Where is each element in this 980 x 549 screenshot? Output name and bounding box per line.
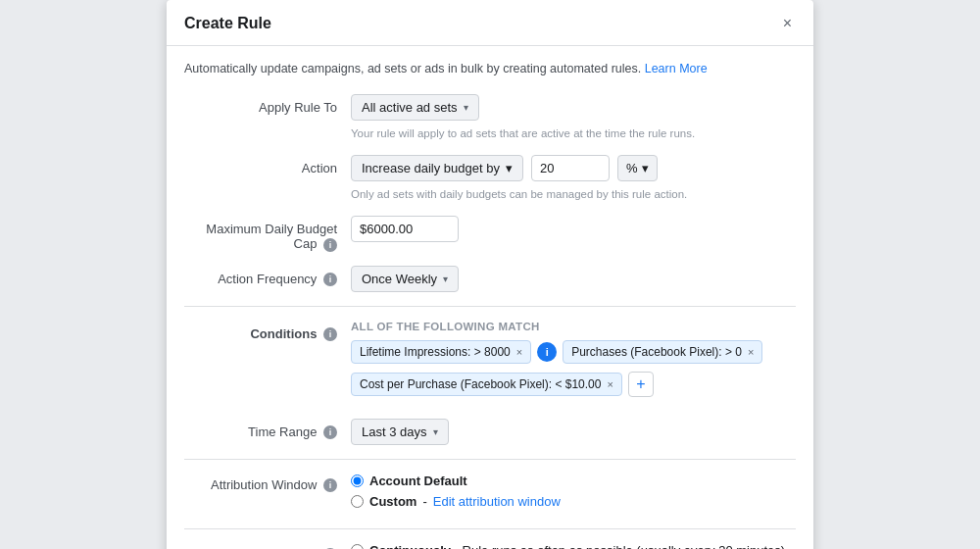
attribution-account-default-label: Account Default: [369, 474, 467, 488]
attribution-custom-sep: -: [422, 494, 426, 509]
action-content: Increase daily budget by ▾ % ▾ Only ad s…: [351, 155, 796, 202]
time-range-dropdown[interactable]: Last 3 days ▾: [351, 419, 449, 445]
frequency-dropdown[interactable]: Once Weekly ▾: [351, 266, 459, 292]
all-match-text: ALL of the following match: [351, 321, 796, 332]
modal-header: Create Rule ×: [167, 0, 813, 46]
conditions-section: Conditions i ALL of the following match …: [184, 321, 796, 405]
action-row: Action Increase daily budget by ▾ % ▾ On…: [184, 155, 796, 202]
budget-cap-content: [351, 216, 796, 242]
action-controls: Increase daily budget by ▾ % ▾: [351, 155, 796, 181]
condition-tags-row-1: Lifetime Impressions: > 8000 × i Purchas…: [351, 340, 796, 364]
budget-cap-info-icon: i: [323, 238, 337, 252]
schedule-continuously-label: Continuously - Rule runs as often as pos…: [369, 543, 789, 550]
apply-rule-row: Apply Rule To All active ad sets ▾ Your …: [184, 94, 796, 141]
schedule-options: Continuously - Rule runs as often as pos…: [351, 543, 796, 550]
divider-3: [184, 528, 796, 529]
action-frequency-row: Action Frequency i Once Weekly ▾: [184, 266, 796, 292]
schedule-label: Schedule i: [184, 543, 351, 550]
chevron-down-icon: ▾: [464, 102, 468, 113]
remove-purchases-btn[interactable]: ×: [748, 346, 754, 358]
schedule-section: Schedule i Continuously - Rule runs as o…: [184, 543, 796, 550]
percent-dropdown[interactable]: % ▾: [617, 155, 658, 181]
divider-2: [184, 459, 796, 460]
time-range-row: Time Range i Last 3 days ▾: [184, 419, 796, 445]
condition-info-blue-icon: i: [537, 342, 557, 362]
divider-1: [184, 306, 796, 307]
time-range-label: Time Range i: [184, 419, 351, 440]
condition-tag-purchases: Purchases (Facebook Pixel): > 0 ×: [563, 340, 762, 364]
add-condition-button[interactable]: +: [628, 372, 654, 397]
apply-rule-content: All active ad sets ▾ Your rule will appl…: [351, 94, 796, 141]
action-chevron-icon: ▾: [506, 161, 513, 175]
action-hint: Only ad sets with daily budgets can be m…: [351, 186, 796, 202]
attribution-section: Attribution Window i Account Default Cus…: [184, 474, 796, 515]
edit-attribution-link[interactable]: Edit attribution window: [433, 494, 561, 509]
action-label: Action: [184, 155, 351, 175]
frequency-chevron-icon: ▾: [443, 274, 448, 284]
schedule-continuously-radio[interactable]: [351, 544, 364, 550]
conditions-row: Conditions i ALL of the following match …: [184, 321, 796, 405]
frequency-info-icon: i: [323, 273, 337, 286]
condition-tag-cost-per-purchase: Cost per Purchase (Facebook Pixel): < $1…: [351, 373, 622, 396]
attribution-options: Account Default Custom - Edit attributio…: [351, 474, 796, 515]
attribution-account-default-radio[interactable]: [351, 474, 364, 487]
time-range-content: Last 3 days ▾: [351, 419, 796, 445]
budget-cap-label: Maximum Daily Budget Cap i: [184, 216, 351, 252]
attribution-custom-row: Custom - Edit attribution window: [351, 494, 796, 509]
budget-cap-input[interactable]: [351, 216, 459, 242]
attribution-custom-label: Custom: [369, 494, 416, 509]
percent-chevron-icon: ▾: [642, 161, 649, 175]
apply-rule-label: Apply Rule To: [184, 94, 351, 115]
time-range-chevron-icon: ▾: [433, 426, 438, 437]
conditions-content: ALL of the following match Lifetime Impr…: [351, 321, 796, 405]
action-number-input[interactable]: [531, 155, 610, 181]
learn-more-link[interactable]: Learn More: [645, 62, 708, 75]
condition-tags-row-2: Cost per Purchase (Facebook Pixel): < $1…: [351, 372, 796, 397]
attribution-account-default-row: Account Default: [351, 474, 796, 488]
action-frequency-content: Once Weekly ▾: [351, 266, 796, 292]
attribution-info-icon: i: [323, 478, 337, 492]
action-frequency-label: Action Frequency i: [184, 266, 351, 287]
time-range-info-icon: i: [323, 425, 337, 439]
create-rule-modal: Create Rule × Automatically update campa…: [167, 0, 813, 549]
schedule-continuously-row: Continuously - Rule runs as often as pos…: [351, 543, 796, 550]
modal-body: Automatically update campaigns, ad sets …: [167, 46, 813, 549]
apply-rule-dropdown[interactable]: All active ad sets ▾: [351, 94, 479, 121]
attribution-custom-radio[interactable]: [351, 495, 364, 508]
remove-impressions-btn[interactable]: ×: [516, 346, 522, 358]
close-button[interactable]: ×: [779, 14, 796, 33]
budget-cap-row: Maximum Daily Budget Cap i: [184, 216, 796, 252]
apply-rule-hint: Your rule will apply to ad sets that are…: [351, 125, 796, 141]
attribution-label: Attribution Window i: [184, 474, 351, 493]
conditions-label: Conditions i: [184, 321, 351, 342]
modal-title: Create Rule: [184, 15, 271, 32]
conditions-info-icon: i: [323, 327, 337, 341]
budget-controls: [351, 216, 796, 242]
remove-cost-btn[interactable]: ×: [607, 378, 612, 390]
action-type-dropdown[interactable]: Increase daily budget by ▾: [351, 155, 523, 181]
intro-text: Automatically update campaigns, ad sets …: [184, 60, 796, 78]
condition-tag-impressions: Lifetime Impressions: > 8000 ×: [351, 340, 531, 364]
